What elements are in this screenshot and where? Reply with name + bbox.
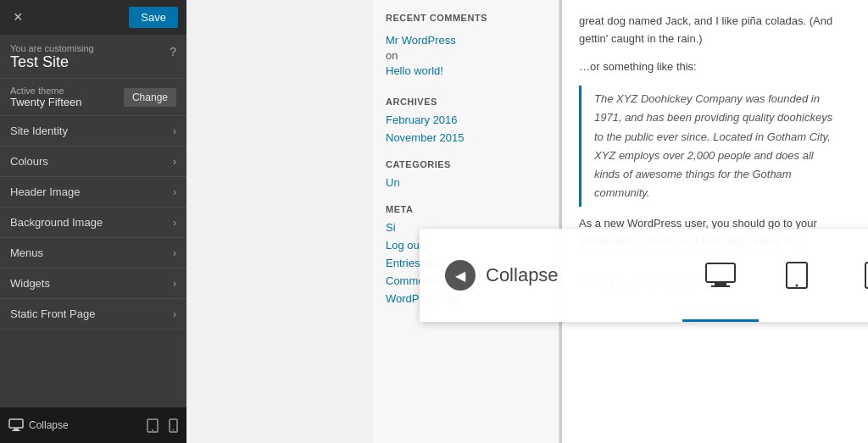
change-theme-button[interactable]: Change: [124, 88, 176, 107]
preview-area: RECENT COMMENTS Mr WordPress on Hello wo…: [186, 0, 868, 443]
recent-comment-item: Mr WordPress on Hello world!: [386, 27, 546, 84]
recent-comment-author[interactable]: Mr WordPress: [386, 31, 546, 49]
svg-point-11: [796, 285, 798, 287]
nav-item-header-image[interactable]: Header Image ›: [0, 177, 186, 208]
chevron-icon: ›: [173, 278, 176, 290]
collapse-mobile-button[interactable]: [835, 229, 868, 322]
desktop-small-icon: [8, 418, 24, 432]
chevron-icon: ›: [173, 186, 176, 198]
svg-rect-7: [706, 263, 735, 282]
archives-title: ARCHIVES: [386, 84, 546, 111]
svg-rect-8: [715, 283, 726, 285]
mobile-icon: [864, 261, 868, 290]
chevron-icon: ›: [173, 308, 176, 320]
blog-paragraph-2: …or something like this:: [579, 58, 851, 76]
categories-title: CATEGORIES: [386, 147, 546, 174]
close-button[interactable]: ×: [8, 7, 28, 28]
chevron-icon: ›: [173, 247, 176, 259]
collapse-device-buttons: [682, 229, 868, 322]
customising-label: You are customising: [10, 43, 94, 53]
svg-point-6: [173, 429, 175, 430]
desktop-icon: [704, 262, 737, 289]
mobile-small-icon[interactable]: [169, 418, 178, 433]
save-button[interactable]: Save: [129, 7, 178, 28]
nav-item-widgets[interactable]: Widgets ›: [0, 269, 186, 299]
nav-item-menus[interactable]: Menus ›: [0, 238, 186, 269]
blog-paragraph-1: great dog named Jack, and I like piña co…: [579, 13, 851, 48]
bottom-bar: Collapse: [0, 407, 186, 443]
customizer-panel: × Save You are customising Test Site ? A…: [0, 0, 186, 443]
wp-sidebar: RECENT COMMENTS Mr WordPress on Hello wo…: [373, 0, 559, 443]
collapse-arrow-button[interactable]: ◀: [445, 260, 476, 291]
svg-rect-9: [711, 285, 730, 287]
chevron-icon: ›: [173, 217, 176, 229]
chevron-icon: ›: [173, 125, 176, 137]
theme-name: Twenty Fifteen: [10, 96, 82, 108]
svg-point-4: [152, 429, 153, 431]
nav-item-background-image[interactable]: Background Image ›: [0, 208, 186, 238]
collapse-button[interactable]: Collapse: [8, 418, 69, 432]
theme-section: Active theme Twenty Fifteen Change: [0, 79, 186, 116]
svg-rect-0: [9, 419, 23, 428]
nav-item-static-front-page[interactable]: Static Front Page ›: [0, 299, 186, 329]
archive-nov-2015[interactable]: November 2015: [386, 129, 546, 147]
customising-section: You are customising Test Site ?: [0, 35, 186, 79]
top-bar: × Save: [0, 0, 186, 35]
recent-comment-post[interactable]: Hello world!: [386, 62, 546, 80]
site-name: Test Site: [10, 53, 94, 71]
collapse-tablet-button[interactable]: [759, 229, 835, 322]
collapse-overlay-label: Collapse: [486, 264, 559, 286]
collapse-left: ◀ Collapse: [420, 260, 682, 291]
nav-items: Site Identity › Colours › Header Image ›…: [0, 116, 186, 407]
active-theme-label: Active theme: [10, 86, 82, 96]
chevron-icon: ›: [173, 156, 176, 168]
tablet-small-icon[interactable]: [147, 418, 159, 433]
archive-feb-2016[interactable]: February 2016: [386, 111, 546, 129]
help-icon[interactable]: ?: [170, 45, 176, 58]
nav-item-site-identity[interactable]: Site Identity ›: [0, 116, 186, 147]
svg-rect-2: [12, 430, 20, 431]
category-item[interactable]: Un: [386, 174, 546, 191]
tablet-icon: [785, 261, 809, 290]
collapse-desktop-button[interactable]: [682, 229, 759, 322]
collapse-overlay: ◀ Collapse: [420, 229, 868, 322]
svg-rect-1: [14, 429, 19, 430]
blog-blockquote: The XYZ Doohickey Company was founded in…: [579, 86, 851, 207]
nav-item-colours[interactable]: Colours ›: [0, 147, 186, 177]
recent-comments-title: RECENT COMMENTS: [386, 0, 546, 27]
meta-title: META: [386, 191, 546, 219]
blog-content: great dog named Jack, and I like piña co…: [559, 0, 868, 443]
